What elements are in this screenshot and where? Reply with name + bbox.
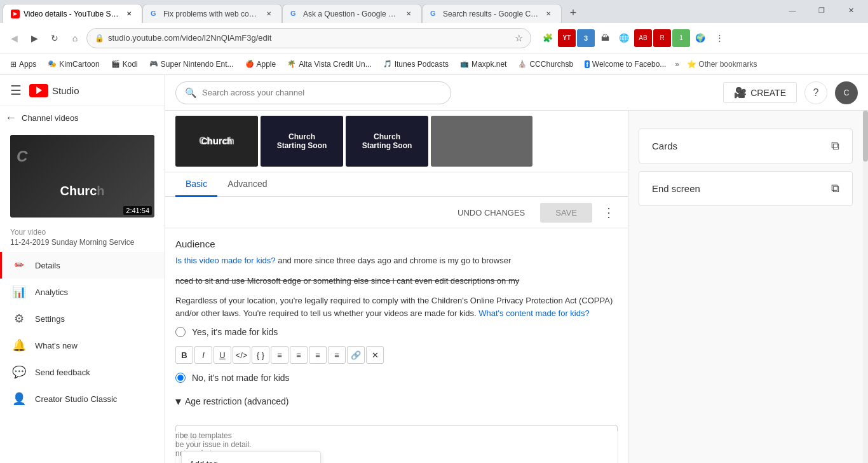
cards-card[interactable]: Cards ⧉ [639, 128, 853, 163]
tab-basic[interactable]: Basic [175, 172, 217, 197]
create-label: CREATE [750, 88, 786, 98]
tab-advanced[interactable]: Advanced [217, 172, 277, 197]
ext-6-icon[interactable]: R [653, 29, 671, 47]
sidebar-item-settings[interactable]: ⚙ Settings [0, 305, 165, 332]
radio-no[interactable]: No, it's not made for kids [175, 373, 618, 383]
sidebar-item-send-feedback[interactable]: 💬 Send feedback [0, 359, 165, 385]
bookmark-kodi[interactable]: 🎬 Kodi [106, 58, 143, 71]
tab-4[interactable]: G Search results - Google Chrome ✕ [422, 4, 562, 23]
sidebar-item-creator-studio[interactable]: 👤 Creator Studio Classic [0, 385, 165, 412]
ext-4-icon[interactable]: 🌐 [615, 29, 633, 47]
sidebar-item-whats-new[interactable]: 🔔 What's new [0, 332, 165, 359]
url-box[interactable]: 🔒 studio.youtube.com/video/l2NnQlAmF3g/e… [86, 28, 531, 48]
tab-3-favicon: G [290, 10, 299, 18]
tab-1[interactable]: ▶ Video details - YouTube Studio ✕ [3, 4, 142, 23]
tab-3[interactable]: G Ask a Question - Google Chrome ✕ [282, 4, 422, 23]
bookmark-ccchurch[interactable]: ⛪ CCChurchsb [513, 58, 578, 71]
bookmark-maxpk[interactable]: 📺 Maxpk.net [455, 58, 512, 71]
list-button[interactable]: ≡ [271, 346, 288, 364]
new-tab-button[interactable]: + [564, 4, 582, 22]
sidebar-item-details[interactable]: ✏ Details [0, 252, 165, 279]
avatar[interactable]: C [835, 81, 858, 104]
bookmark-maxpk-favicon: 📺 [460, 60, 469, 68]
bookmarks-bar: ⊞ Apps 🎭 KimCartoon 🎬 Kodi 🎮 Super Ninte… [0, 53, 868, 75]
link-button[interactable]: 🔗 [347, 346, 365, 364]
edit-panel: Church Church ChurchStarting Soon Church… [165, 111, 868, 463]
help-button[interactable]: ? [804, 81, 827, 104]
tab-1-close[interactable]: ✕ [124, 9, 134, 19]
indent-button[interactable]: ≡ [309, 346, 327, 364]
radio-no-input[interactable] [175, 373, 186, 383]
more-bookmarks[interactable]: » [675, 60, 679, 69]
close-button[interactable]: ✕ [836, 0, 865, 20]
code-button[interactable]: </> [233, 346, 250, 364]
ext-1-icon[interactable]: YT [558, 29, 576, 47]
channel-info[interactable]: ← Channel videos [0, 106, 165, 130]
end-screen-external-link-icon: ⧉ [831, 182, 839, 195]
ext-7-icon[interactable]: 1 [672, 29, 690, 47]
tab-2[interactable]: G Fix problems with web content - ✕ [142, 4, 282, 23]
more-options-icon[interactable]: ⋮ [600, 202, 618, 223]
search-bar[interactable]: 🔍 [175, 81, 451, 104]
search-input[interactable] [202, 88, 442, 97]
bookmark-altavista[interactable]: 🌴 Alta Vista Credit Un... [282, 58, 377, 71]
italic-button[interactable]: I [194, 346, 212, 364]
ordered-list-button[interactable]: ≡ [290, 346, 308, 364]
back-icon: ← [5, 111, 17, 125]
bookmark-facebook[interactable]: f Welcome to Facebo... [580, 58, 671, 71]
scroll-thumb [863, 111, 868, 162]
outdent-button[interactable]: ≡ [328, 346, 346, 364]
other-bookmarks[interactable]: ⭐ Other bookmarks [683, 59, 761, 70]
ext-8-icon[interactable]: 🌍 [691, 29, 709, 47]
radio-yes[interactable]: Yes, it's made for kids [175, 327, 618, 337]
minimize-button[interactable]: — [778, 0, 807, 20]
bookmark-altavista-label: Alta Vista Credit Un... [299, 60, 372, 69]
undo-button[interactable]: UNDO CHANGES [450, 204, 532, 221]
forward-button[interactable]: ▶ [25, 29, 43, 47]
bookmark-kodi-favicon: 🎬 [111, 60, 120, 68]
end-screen-card[interactable]: End screen ⧉ [639, 171, 853, 206]
send-feedback-label: Send feedback [35, 368, 90, 377]
audience-title: Audience [175, 238, 618, 249]
radio-yes-label: Yes, it's made for kids [192, 327, 278, 337]
bookmark-kimcartoon[interactable]: 🎭 KimCartoon [43, 58, 104, 71]
video-preview: C Church 2:41:54 [10, 135, 154, 218]
audience-section: Audience Is this video made for kids? an… [175, 238, 618, 415]
bookmark-apple[interactable]: 🍎 Apple [240, 58, 281, 71]
cards-external-link-icon: ⧉ [831, 139, 839, 153]
lock-icon: 🔒 [95, 34, 104, 43]
bookmark-star-icon[interactable]: ☆ [515, 32, 523, 44]
tab-2-favicon: G [151, 10, 159, 18]
hamburger-menu[interactable]: ☰ [10, 83, 22, 98]
tab-2-close[interactable]: ✕ [264, 9, 274, 19]
clear-format-button[interactable]: ✕ [366, 346, 384, 364]
cards-label: Cards [652, 141, 677, 151]
ext-3-icon[interactable]: 🏔 [596, 29, 614, 47]
bold-button[interactable]: B [175, 346, 193, 364]
refresh-button[interactable]: ↻ [46, 29, 64, 47]
bookmark-itunes[interactable]: 🎵 Itunes Podcasts [378, 58, 454, 71]
create-button[interactable]: 🎥 CREATE [723, 82, 797, 103]
maximize-button[interactable]: ❐ [807, 0, 836, 20]
coppa-link[interactable]: What's content made for kids? [478, 308, 589, 318]
bookmark-apps[interactable]: ⊞ Apps [5, 58, 41, 71]
save-button[interactable]: SAVE [540, 203, 592, 223]
sidebar-item-analytics[interactable]: 📊 Analytics [0, 279, 165, 305]
underline-button[interactable]: U [214, 346, 231, 364]
home-button[interactable]: ⌂ [66, 29, 84, 47]
vertical-scrollbar[interactable] [863, 111, 868, 463]
audience-description: Is this video made for kids? and more si… [175, 254, 618, 267]
whats-new-label: What's new [35, 341, 78, 350]
back-button[interactable]: ◀ [5, 29, 23, 47]
age-restriction-section[interactable]: ▾ Age restriction (advanced) [175, 388, 618, 415]
extensions-icon[interactable]: 🧩 [539, 29, 557, 47]
codeblock-button[interactable]: { } [252, 346, 269, 364]
tab-4-close[interactable]: ✕ [543, 9, 553, 19]
end-screen-label: End screen [652, 183, 700, 194]
radio-yes-input[interactable] [175, 327, 186, 337]
more-browser-icon[interactable]: ⋮ [710, 29, 728, 47]
ext-5-icon[interactable]: AB [634, 29, 652, 47]
bookmark-nintendo[interactable]: 🎮 Super Nintendo Ent... [144, 58, 239, 71]
tab-3-close[interactable]: ✕ [403, 9, 414, 19]
ext-2-icon[interactable]: 3 [577, 29, 595, 47]
